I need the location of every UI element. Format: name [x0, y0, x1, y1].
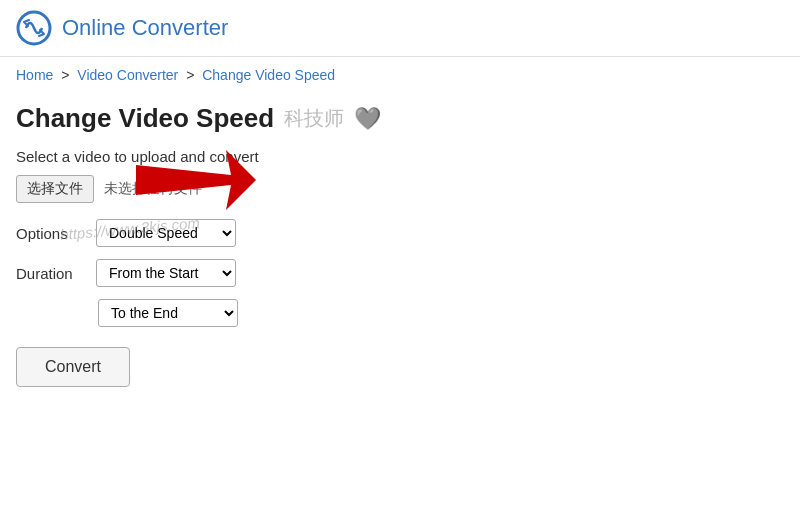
main-content: Change Video Speed 科技师 🩶 Select a video … — [0, 87, 800, 403]
convert-button[interactable]: Convert — [16, 347, 130, 387]
select-label: Select a video to upload and convert — [16, 148, 784, 165]
logo-icon — [16, 10, 52, 46]
file-input-row: 选择文件 未选择任何文件 — [16, 175, 784, 203]
watermark-text: 科技师 — [284, 105, 344, 132]
duration-to-row: To the End Custom Time — [98, 299, 784, 327]
breadcrumb: Home > Video Converter > Change Video Sp… — [0, 57, 800, 87]
duration-to-select[interactable]: To the End Custom Time — [98, 299, 238, 327]
page-title-row: Change Video Speed 科技师 🩶 — [16, 103, 784, 134]
breadcrumb-current[interactable]: Change Video Speed — [202, 67, 335, 83]
breadcrumb-video-converter[interactable]: Video Converter — [77, 67, 178, 83]
logo-text: Online Converter — [62, 15, 228, 41]
breadcrumb-sep2: > — [186, 67, 194, 83]
breadcrumb-sep1: > — [61, 67, 69, 83]
options-select[interactable]: Half Speed Normal Speed Double Speed Tri… — [96, 219, 236, 247]
page-title: Change Video Speed — [16, 103, 274, 134]
heart-icon: 🩶 — [354, 106, 381, 132]
options-row: Options Half Speed Normal Speed Double S… — [16, 219, 784, 247]
breadcrumb-home[interactable]: Home — [16, 67, 53, 83]
header: Online Converter — [0, 0, 800, 57]
duration-from-select[interactable]: From the Start Custom Time — [96, 259, 236, 287]
file-choose-button[interactable]: 选择文件 — [16, 175, 94, 203]
options-label: Options — [16, 225, 86, 242]
file-no-chosen-label: 未选择任何文件 — [104, 180, 202, 198]
duration-label: Duration — [16, 265, 86, 282]
duration-from-row: Duration From the Start Custom Time — [16, 259, 784, 287]
